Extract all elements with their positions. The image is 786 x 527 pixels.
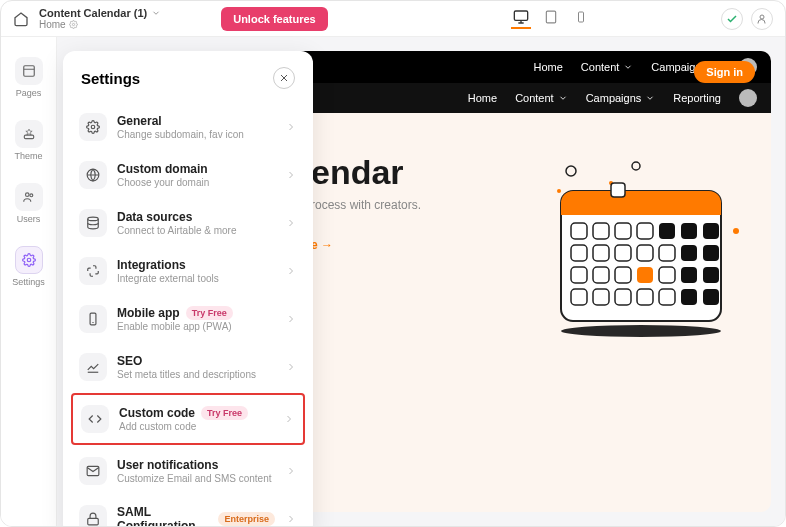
settings-item-subtitle: Customize Email and SMS content (117, 473, 275, 484)
settings-item-title: Data sources (117, 210, 192, 224)
left-rail: Pages Theme Users Settings (1, 37, 57, 526)
nav-home[interactable]: Home (533, 61, 562, 73)
rail-label: Settings (12, 277, 45, 287)
nav-content[interactable]: Content (581, 61, 634, 73)
chevron-right-icon (285, 465, 297, 477)
rail-pages[interactable]: Pages (7, 53, 51, 102)
nav-reporting[interactable]: Reporting (673, 92, 721, 104)
settings-item-custom-code[interactable]: Custom codeTry Free Add custom code (73, 395, 303, 443)
settings-item-subtitle: Integrate external tools (117, 273, 275, 284)
svg-point-21 (733, 228, 739, 234)
nav-content[interactable]: Content (515, 92, 568, 104)
svg-rect-35 (703, 245, 719, 261)
mobile-icon (79, 305, 107, 333)
rail-label: Theme (14, 151, 42, 161)
settings-item-subtitle: Choose your domain (117, 177, 275, 188)
panel-header: Settings (63, 51, 313, 103)
nav-campaigns[interactable]: Campaigns (586, 92, 656, 104)
chevron-right-icon (285, 361, 297, 373)
chevron-down-icon (645, 93, 655, 103)
chevron-right-icon (285, 217, 297, 229)
svg-rect-57 (90, 313, 96, 325)
settings-item-saml-configuration[interactable]: SAML ConfigurationEnterprise (71, 495, 305, 527)
settings-item-seo[interactable]: SEO Set meta titles and descriptions (71, 343, 305, 391)
settings-item-title: General (117, 114, 162, 128)
settings-item-title: User notifications (117, 458, 218, 472)
svg-rect-49 (703, 289, 719, 305)
settings-item-title: Custom domain (117, 162, 208, 176)
svg-rect-7 (23, 66, 34, 77)
code-icon (81, 405, 109, 433)
chevron-right-icon (285, 313, 297, 325)
preview-signin-button[interactable]: Sign in (694, 61, 755, 83)
topbar: Content Calendar (1) Home Unlock feature… (1, 1, 785, 37)
database-icon (79, 209, 107, 237)
svg-rect-28 (703, 223, 719, 239)
svg-point-11 (29, 194, 32, 197)
hero-cta-fragment[interactable]: e → (311, 238, 333, 252)
settings-list: General Change subdomain, fav icon Custo… (63, 103, 313, 527)
chart-icon (79, 353, 107, 381)
settings-item-data-sources[interactable]: Data sources Connect to Airtable & more (71, 199, 305, 247)
svg-point-15 (557, 189, 561, 193)
settings-item-subtitle: Set meta titles and descriptions (117, 369, 275, 380)
close-button[interactable] (273, 67, 295, 89)
nav-home[interactable]: Home (468, 92, 497, 104)
puzzle-icon (79, 257, 107, 285)
settings-icon (15, 246, 43, 274)
breadcrumb-sub: Home (39, 19, 66, 30)
chevron-right-icon (285, 513, 297, 525)
badge: Try Free (186, 306, 233, 320)
rail-theme[interactable]: Theme (7, 116, 51, 165)
settings-item-subtitle: Connect to Airtable & more (117, 225, 275, 236)
desktop-device-button[interactable] (511, 9, 531, 29)
settings-item-custom-domain[interactable]: Custom domain Choose your domain (71, 151, 305, 199)
settings-item-integrations[interactable]: Integrations Integrate external tools (71, 247, 305, 295)
pages-icon (15, 57, 43, 85)
svg-rect-27 (681, 223, 697, 239)
settings-item-title: Mobile app (117, 306, 180, 320)
svg-rect-48 (681, 289, 697, 305)
svg-rect-19 (561, 203, 721, 215)
unlock-features-button[interactable]: Unlock features (221, 7, 328, 31)
globe-icon (79, 161, 107, 189)
theme-icon (15, 120, 43, 148)
rail-users[interactable]: Users (7, 179, 51, 228)
panel-title: Settings (81, 70, 140, 87)
svg-point-10 (25, 193, 29, 197)
badge: Enterprise (218, 512, 275, 526)
status-ok-icon[interactable] (721, 8, 743, 30)
envelope-icon (79, 457, 107, 485)
settings-item-user-notifications[interactable]: User notifications Customize Email and S… (71, 447, 305, 495)
svg-rect-9 (24, 135, 33, 139)
svg-rect-34 (681, 245, 697, 261)
rail-label: Users (17, 214, 41, 224)
svg-point-50 (561, 325, 721, 337)
badge: Try Free (201, 406, 248, 420)
rail-settings[interactable]: Settings (7, 242, 51, 291)
breadcrumb[interactable]: Content Calendar (1) Home (39, 7, 161, 30)
user-menu-icon[interactable] (751, 8, 773, 30)
chevron-down-icon (623, 62, 633, 72)
chevron-right-icon (285, 121, 297, 133)
svg-point-6 (760, 15, 764, 19)
svg-rect-26 (659, 223, 675, 239)
project-name: Content Calendar (1) (39, 7, 147, 19)
home-icon[interactable] (13, 11, 29, 27)
settings-item-mobile-app[interactable]: Mobile appTry Free Enable mobile app (PW… (71, 295, 305, 343)
svg-rect-5 (579, 12, 584, 22)
close-icon (278, 72, 290, 84)
settings-item-subtitle: Change subdomain, fav icon (117, 129, 275, 140)
chevron-down-icon (558, 93, 568, 103)
calendar-illustration (541, 161, 741, 341)
chevron-right-icon (285, 265, 297, 277)
svg-rect-1 (514, 11, 527, 20)
settings-item-general[interactable]: General Change subdomain, fav icon (71, 103, 305, 151)
tablet-device-button[interactable] (541, 9, 561, 29)
gear-icon (79, 113, 107, 141)
svg-rect-41 (681, 267, 697, 283)
users-icon (15, 183, 43, 211)
mobile-device-button[interactable] (571, 9, 591, 29)
avatar[interactable] (739, 89, 757, 107)
svg-point-12 (27, 258, 31, 262)
